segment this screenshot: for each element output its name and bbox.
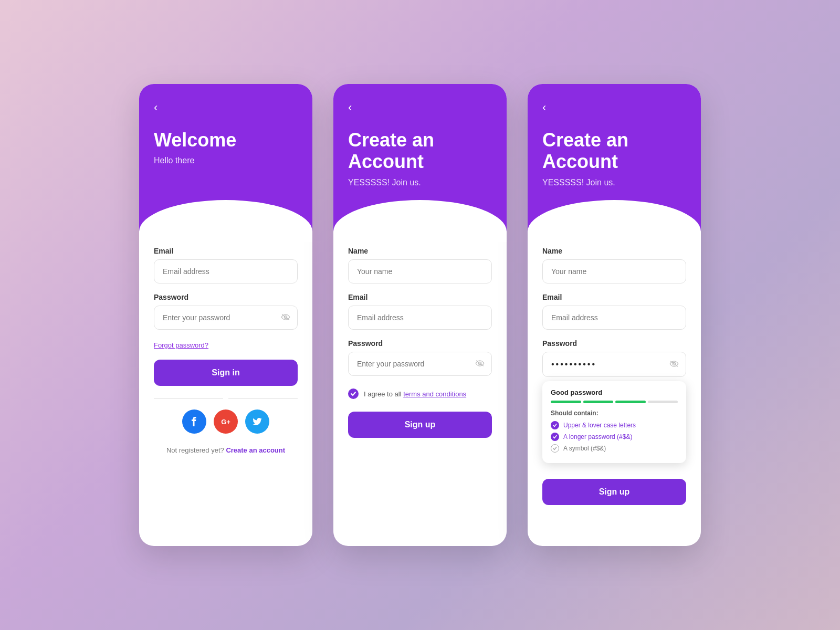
email-input-3[interactable]	[542, 306, 686, 330]
req3-text: A symbol (#$&)	[563, 445, 606, 452]
terms-link[interactable]: terms and conditions	[403, 390, 466, 398]
twitter-button[interactable]	[245, 410, 269, 434]
divider-right	[228, 398, 298, 399]
signup-strength-card: ‹ Create an Account YESSSSS! Join us. Na…	[528, 84, 701, 546]
signup-header: ‹ Create an Account YESSSSS! Join us.	[333, 84, 507, 242]
req2-text: A longer password (#$&)	[563, 433, 632, 440]
signup-strength-subtitle: YESSSSS! Join us.	[542, 178, 686, 187]
password-input-2[interactable]	[348, 352, 492, 376]
password-group: Password	[154, 293, 298, 330]
signup-strength-header: ‹ Create an Account YESSSSS! Join us.	[528, 84, 701, 242]
password-label: Password	[154, 293, 298, 301]
eye-icon-3[interactable]	[669, 360, 679, 369]
signin-card: ‹ Welcome Hello there Email Password For…	[139, 84, 312, 546]
password-group-3: Password Good password	[542, 339, 686, 463]
bar-2	[583, 401, 614, 403]
agree-checkbox[interactable]	[348, 388, 359, 399]
google-plus-button[interactable]: G+	[214, 410, 238, 434]
signup-strength-title: Create an Account	[542, 129, 686, 173]
req1-text: Upper & lover case letters	[563, 422, 636, 429]
password-wrapper-3	[542, 352, 686, 377]
password-strength-tooltip: Good password Should contain: Upper & lo…	[542, 381, 686, 463]
password-input[interactable]	[154, 306, 298, 330]
name-input[interactable]	[348, 259, 492, 284]
password-input-3[interactable]	[542, 352, 686, 377]
strength-bars	[551, 401, 678, 403]
name-group-3: Name	[542, 247, 686, 284]
signin-button[interactable]: Sign in	[154, 360, 298, 386]
signin-subtitle: Hello there	[154, 156, 298, 165]
back-button-signup[interactable]: ‹	[348, 101, 352, 114]
facebook-button[interactable]	[182, 410, 206, 434]
name-input-3[interactable]	[542, 259, 686, 284]
signup-title: Create an Account	[348, 129, 492, 173]
password-wrapper-2	[348, 352, 492, 376]
email-label-2: Email	[348, 293, 492, 301]
signup-card: ‹ Create an Account YESSSSS! Join us. Na…	[333, 84, 507, 546]
forgot-password-link[interactable]: Forgot password?	[154, 341, 298, 349]
req3-icon	[551, 444, 559, 453]
password-group-2: Password	[348, 339, 492, 376]
req-1: Upper & lover case letters	[551, 421, 678, 429]
eye-icon-signup[interactable]	[475, 359, 485, 369]
password-label-2: Password	[348, 339, 492, 348]
signup-button[interactable]: Sign up	[348, 412, 492, 438]
email-group: Email	[154, 247, 298, 284]
bar-1	[551, 401, 581, 403]
signup-button-3[interactable]: Sign up	[542, 479, 686, 505]
divider-left	[154, 398, 223, 399]
back-button-signup-3[interactable]: ‹	[542, 101, 546, 114]
agree-row: I agree to all terms and conditions	[348, 388, 492, 399]
email-input[interactable]	[154, 259, 298, 284]
register-text: Not registered yet? Create an account	[154, 446, 298, 454]
email-group-2: Email	[348, 293, 492, 330]
email-label-3: Email	[542, 293, 686, 301]
bar-3	[615, 401, 646, 403]
req2-icon	[551, 433, 559, 441]
signup-subtitle: YESSSSS! Join us.	[348, 178, 492, 187]
signup-strength-body: Name Email Password Good passw	[528, 242, 701, 546]
signup-body: Name Email Password	[333, 242, 507, 546]
password-label-3: Password	[542, 339, 686, 348]
email-label: Email	[154, 247, 298, 255]
gplus-label: G+	[221, 418, 230, 426]
name-label-3: Name	[542, 247, 686, 255]
password-input-wrapper	[154, 306, 298, 330]
social-buttons: G+	[154, 410, 298, 434]
eye-icon-signin[interactable]	[281, 313, 290, 322]
bar-4	[648, 401, 678, 403]
create-account-link[interactable]: Create an account	[226, 446, 285, 454]
req-3: A symbol (#$&)	[551, 444, 678, 453]
should-contain: Should contain:	[551, 410, 678, 417]
name-group: Name	[348, 247, 492, 284]
email-group-3: Email	[542, 293, 686, 330]
req-2: A longer password (#$&)	[551, 433, 678, 441]
signin-title: Welcome	[154, 129, 298, 151]
divider	[154, 398, 298, 399]
back-button-signin[interactable]: ‹	[154, 101, 158, 114]
signin-header: ‹ Welcome Hello there	[139, 84, 312, 242]
req1-icon	[551, 421, 559, 429]
name-label: Name	[348, 247, 492, 255]
strength-label: Good password	[551, 388, 678, 396]
email-input-2[interactable]	[348, 306, 492, 330]
agree-text: I agree to all terms and conditions	[364, 390, 466, 398]
signin-body: Email Password Forgot password? Sign in	[139, 242, 312, 546]
